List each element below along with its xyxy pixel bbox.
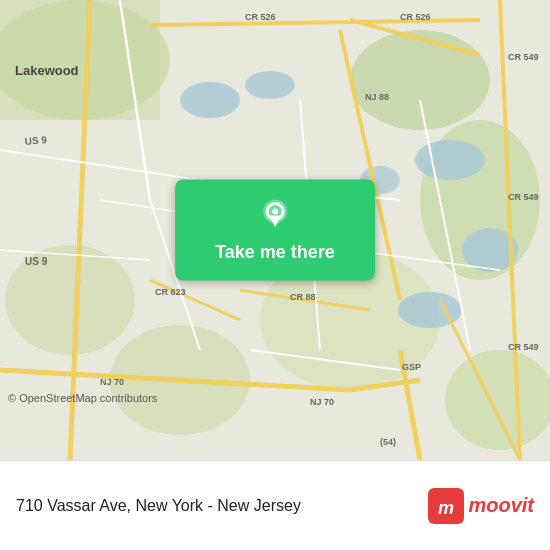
svg-text:CR 526: CR 526 — [400, 12, 431, 22]
svg-point-3 — [350, 30, 490, 130]
moovit-icon: m — [428, 488, 464, 524]
svg-point-8 — [445, 350, 550, 450]
svg-text:GSP: GSP — [402, 362, 421, 372]
svg-point-53 — [272, 209, 278, 215]
svg-text:US 9: US 9 — [24, 134, 48, 147]
svg-text:CR 88: CR 88 — [290, 292, 316, 302]
svg-point-9 — [180, 82, 240, 118]
bottom-bar: 710 Vassar Ave, New York - New Jersey m … — [0, 460, 550, 550]
svg-text:CR 623: CR 623 — [155, 287, 186, 297]
map-container: US 9 US 9 CR 526 CR 526 CR 549 CR 549 CR… — [0, 0, 550, 460]
svg-text:NJ 70: NJ 70 — [310, 397, 334, 407]
moovit-logo: m moovit — [428, 488, 534, 524]
svg-text:US 9: US 9 — [25, 256, 48, 267]
svg-text:CR 549: CR 549 — [508, 342, 539, 352]
svg-text:CR 549: CR 549 — [508, 192, 539, 202]
svg-text:CR 526: CR 526 — [245, 12, 276, 22]
svg-text:CR 549: CR 549 — [508, 52, 539, 62]
svg-text:NJ 70: NJ 70 — [100, 377, 124, 387]
moovit-label: moovit — [468, 494, 534, 517]
take-me-there-label: Take me there — [215, 242, 335, 263]
location-pin-icon — [257, 198, 293, 234]
svg-text:(54): (54) — [380, 437, 396, 447]
take-me-there-button[interactable]: Take me there — [175, 180, 375, 281]
svg-text:Lakewood: Lakewood — [15, 63, 79, 78]
svg-point-11 — [415, 140, 485, 180]
copyright-text: © OpenStreetMap contributors — [8, 392, 157, 404]
svg-text:m: m — [438, 498, 454, 518]
svg-text:NJ 88: NJ 88 — [365, 92, 389, 102]
svg-point-10 — [245, 71, 295, 99]
address-text: 710 Vassar Ave, New York - New Jersey — [16, 497, 428, 515]
